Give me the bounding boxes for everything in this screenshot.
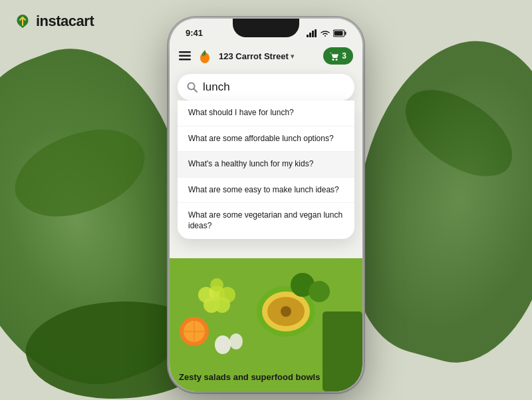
content-label: Zesty salads and superfood bowls xyxy=(179,372,320,382)
svg-point-31 xyxy=(229,333,243,349)
suggestion-item[interactable]: What should I have for lunch? xyxy=(178,100,354,126)
svg-rect-6 xyxy=(334,31,343,35)
svg-line-14 xyxy=(194,89,198,93)
svg-rect-2 xyxy=(312,31,314,37)
phone-frame: 9:41 xyxy=(170,19,362,391)
orange xyxy=(180,317,209,346)
cart-icon xyxy=(330,52,339,61)
logo-text: instacart xyxy=(36,13,94,30)
svg-point-33 xyxy=(309,281,330,302)
search-icon xyxy=(187,82,198,93)
suggestion-item[interactable]: What are some easy to make lunch ideas? xyxy=(178,178,354,204)
battery-icon xyxy=(333,29,346,37)
header-address[interactable]: 123 Carrot Street ▾ xyxy=(219,51,317,61)
svg-point-12 xyxy=(336,59,338,61)
svg-rect-5 xyxy=(345,31,346,35)
svg-rect-7 xyxy=(179,51,191,53)
svg-point-30 xyxy=(215,335,231,354)
cart-count: 3 xyxy=(342,51,346,61)
instacart-logo: instacart xyxy=(13,12,94,31)
suggestion-item[interactable]: What are some vegetarian and vegan lunch… xyxy=(178,203,354,238)
chevron-down-icon: ▾ xyxy=(291,53,294,60)
svg-point-20 xyxy=(214,297,230,313)
menu-icon[interactable] xyxy=(179,51,191,61)
carrot-icon xyxy=(198,48,212,64)
app-header: 123 Carrot Street ▾ 3 xyxy=(170,42,362,70)
svg-point-21 xyxy=(210,278,223,292)
cart-button[interactable]: 3 xyxy=(323,47,353,65)
search-bar[interactable]: lunch xyxy=(178,74,354,100)
phone-notch xyxy=(233,19,299,37)
instacart-leaf-icon xyxy=(13,12,32,31)
suggestion-item[interactable]: What are some affordable lunch options? xyxy=(178,126,354,152)
suggestion-item[interactable]: What's a healthy lunch for my kids? xyxy=(178,152,354,178)
status-time: 9:41 xyxy=(186,28,203,38)
svg-point-11 xyxy=(332,59,334,61)
svg-rect-34 xyxy=(323,311,362,391)
svg-rect-3 xyxy=(315,29,317,37)
content-area: Zesty salads and superfood bowls xyxy=(170,258,362,391)
svg-rect-8 xyxy=(179,55,191,57)
fruits-illustration xyxy=(170,258,362,391)
svg-rect-9 xyxy=(179,59,191,61)
svg-point-25 xyxy=(281,306,291,317)
address-text: 123 Carrot Street xyxy=(219,51,289,61)
signal-icon xyxy=(307,29,317,37)
wifi-icon xyxy=(320,29,331,37)
status-icons xyxy=(307,29,346,37)
suggestions-dropdown: What should I have for lunch? What are s… xyxy=(178,100,354,239)
leaf-decoration-1 xyxy=(2,105,157,241)
leaf-decoration-3 xyxy=(390,78,527,189)
svg-rect-0 xyxy=(307,35,309,37)
search-value: lunch xyxy=(203,81,230,94)
phone-screen: 9:41 xyxy=(170,19,362,391)
svg-rect-1 xyxy=(309,33,311,37)
